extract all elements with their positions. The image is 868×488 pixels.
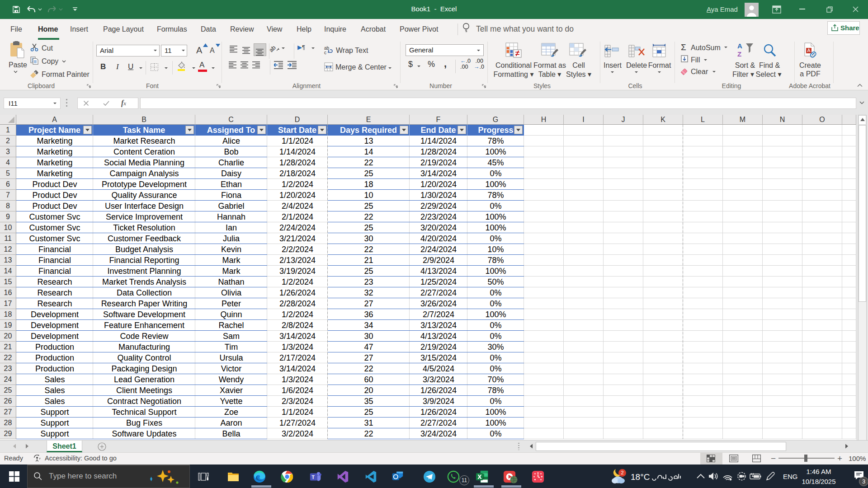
svg-text:A: A — [737, 42, 742, 50]
svg-text:T: T — [312, 475, 315, 480]
svg-text:ab: ab — [269, 44, 277, 53]
svg-text:Z: Z — [737, 50, 741, 58]
svg-text:c: c — [324, 50, 326, 55]
